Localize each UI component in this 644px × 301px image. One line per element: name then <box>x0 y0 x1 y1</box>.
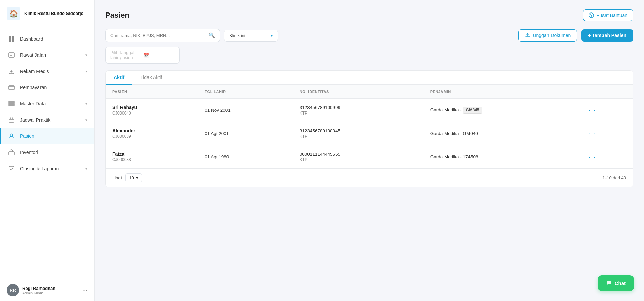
action-buttons: Unggah Dokumen + Tambah Pasien <box>518 29 633 42</box>
search-input[interactable] <box>110 33 206 38</box>
col-no-identitas: NO. IDENTITAS <box>293 85 424 99</box>
main: Pasien Pusat Bantuan 🔍 Klinik ini ▾ Ungg… <box>95 0 644 301</box>
table-row: Alexander CJ000039 01 Agt 2001 312345678… <box>106 122 633 145</box>
upload-button[interactable]: Unggah Dokumen <box>518 29 577 42</box>
patient-cell: Alexander CJ000039 <box>106 122 198 145</box>
lihat-label: Lihat <box>112 175 122 180</box>
penjamin-text: Garda Medika - <box>430 107 463 112</box>
rawat-jalan-icon <box>8 51 15 59</box>
table-row: Faizal CJ000038 01 Agt 1980 000011114444… <box>106 145 633 169</box>
main-content: Pasien Pusat Bantuan 🔍 Klinik ini ▾ Ungg… <box>95 0 644 301</box>
penjamin-cell: Garda Medika - GM345 <box>424 99 582 122</box>
no-identitas-cell: 3123456789100999 KTP <box>293 99 424 122</box>
svg-rect-8 <box>9 103 14 105</box>
patient-id: CJ000039 <box>112 134 191 139</box>
sidebar-item-label: Pembayaran <box>20 85 47 90</box>
svg-rect-6 <box>9 86 14 90</box>
chat-label: Chat <box>615 280 626 286</box>
sidebar-item-rekam-medis[interactable]: Rekam Medis ▾ <box>0 63 94 79</box>
tab-tidak-aktif[interactable]: Tidak Aktif <box>132 71 170 85</box>
sidebar-footer: RR Regi Ramadhan Admin Klinik ··· <box>0 279 94 301</box>
sidebar-item-label: Dashboard <box>20 36 43 42</box>
svg-point-11 <box>10 134 13 136</box>
sidebar-item-rawat-jalan[interactable]: Rawat Jalan ▾ <box>0 47 94 63</box>
table-footer: Lihat 10 ▾ 1-10 dari 40 <box>106 168 633 187</box>
row-menu-dots[interactable]: ··· <box>589 130 596 137</box>
row-menu-dots[interactable]: ··· <box>589 106 596 114</box>
sidebar-nav: Dashboard Rawat Jalan ▾ Rekam Medis ▾ Pe… <box>0 27 94 279</box>
chevron-down-icon: ▾ <box>85 167 87 171</box>
tambah-label: + Tambah Pasien <box>588 33 626 38</box>
patient-cell: Sri Rahayu CJ000040 <box>106 99 198 122</box>
sidebar-item-label: Rekam Medis <box>20 69 49 74</box>
id-type: KTP <box>300 134 417 139</box>
penjamin-text: Garda Medika - GM040 <box>430 131 478 136</box>
brand-name: Klinik Restu Bundo Sidoarjo <box>24 11 84 17</box>
svg-rect-9 <box>9 105 14 106</box>
jadwal-icon <box>8 116 15 124</box>
patients-table: PASIEN TGL LAHIR NO. IDENTITAS PENJAMIN … <box>106 85 633 168</box>
svg-rect-3 <box>12 39 14 42</box>
col-penjamin: PENJAMIN <box>424 85 582 99</box>
svg-rect-0 <box>9 36 11 39</box>
patient-id: CJ000040 <box>112 111 191 116</box>
id-type: KTP <box>300 157 417 162</box>
row-actions-cell: ··· <box>582 99 633 122</box>
chevron-down-icon: ▾ <box>85 102 87 106</box>
sidebar-item-pasien[interactable]: Pasien <box>0 128 94 144</box>
search-box[interactable]: 🔍 <box>105 29 220 42</box>
no-identitas: 0000111144445555 <box>300 152 417 157</box>
tgl-lahir-cell: 01 Agt 2001 <box>198 122 293 145</box>
brand: 🏠 Klinik Restu Bundo Sidoarjo <box>0 0 94 27</box>
sidebar: 🏠 Klinik Restu Bundo Sidoarjo Dashboard … <box>0 0 95 301</box>
tab-tidak-aktif-label: Tidak Aktif <box>140 75 162 80</box>
user-info: Regi Ramadhan Admin Klinik <box>22 286 79 295</box>
tambah-pasien-button[interactable]: + Tambah Pasien <box>581 29 633 42</box>
avatar: RR <box>7 284 19 296</box>
show-count: Lihat 10 ▾ <box>112 173 142 182</box>
sidebar-item-dashboard[interactable]: Dashboard <box>0 31 94 47</box>
sidebar-item-label: Pasien <box>20 133 34 139</box>
date-picker[interactable]: Pilih tanggal lahir pasien 📅 <box>105 47 180 64</box>
user-name: Regi Ramadhan <box>22 286 79 291</box>
sidebar-item-jadwal-praktik[interactable]: Jadwal Praktik ▾ <box>0 112 94 128</box>
chevron-down-icon: ▾ <box>85 53 87 57</box>
penjamin-cell: Garda Medika - 174508 <box>424 145 582 169</box>
sidebar-item-label: Rawat Jalan <box>20 52 46 58</box>
no-identitas-cell: 0000111144445555 KTP <box>293 145 424 169</box>
row-actions-cell: ··· <box>582 122 633 145</box>
date-row: Pilih tanggal lahir pasien 📅 <box>105 47 633 64</box>
tab-aktif[interactable]: Aktif <box>106 71 132 85</box>
sidebar-item-label: Inventori <box>20 150 38 155</box>
user-menu-dots[interactable]: ··· <box>82 287 87 294</box>
patient-id: CJ000038 <box>112 157 191 162</box>
pusat-bantuan-button[interactable]: Pusat Bantuan <box>583 9 633 21</box>
chevron-down-icon: ▾ <box>136 175 138 180</box>
chevron-down-icon: ▾ <box>271 33 273 38</box>
row-menu-dots[interactable]: ··· <box>589 153 596 160</box>
tab-aktif-label: Aktif <box>114 75 124 80</box>
penjamin-cell: Garda Medika - GM040 <box>424 122 582 145</box>
clinic-dropdown[interactable]: Klinik ini ▾ <box>224 30 278 42</box>
upload-label: Unggah Dokumen <box>533 33 571 38</box>
sidebar-item-inventori[interactable]: Inventori <box>0 144 94 160</box>
chat-button[interactable]: Chat <box>598 275 634 291</box>
pembayaran-icon <box>8 84 15 91</box>
count-value: 10 <box>129 175 134 180</box>
svg-rect-4 <box>9 53 14 57</box>
no-identitas-cell: 3123456789100045 KTP <box>293 122 424 145</box>
no-identitas: 3123456789100999 <box>300 105 417 110</box>
page-header: Pasien Pusat Bantuan <box>105 9 633 21</box>
patient-name: Faizal <box>112 151 191 157</box>
dashboard-icon <box>8 35 15 43</box>
count-select[interactable]: 10 ▾ <box>125 173 142 182</box>
brand-icon: 🏠 <box>7 7 20 20</box>
tabs-row: Aktif Tidak Aktif <box>106 71 633 85</box>
sidebar-item-master-data[interactable]: Master Data ▾ <box>0 96 94 112</box>
filter-row: 🔍 Klinik ini ▾ Unggah Dokumen + Tambah P… <box>105 29 633 42</box>
sidebar-item-closing-laporan[interactable]: Closing & Laporan ▾ <box>0 160 94 177</box>
sidebar-item-pembayaran[interactable]: Pembayaran <box>0 79 94 96</box>
pasien-icon <box>8 132 15 140</box>
penjamin-text: Garda Medika - 174508 <box>430 154 478 159</box>
col-actions <box>582 85 633 99</box>
